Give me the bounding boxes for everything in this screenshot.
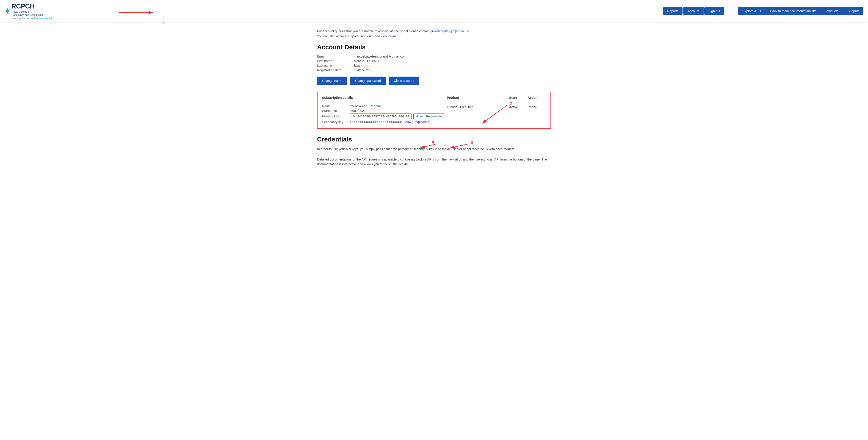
- subscription-product: Growth - Free Tier: [447, 104, 509, 109]
- close-account-button[interactable]: Close account: [389, 76, 419, 85]
- contact-email-link[interactable]: growth.digital@rcpch.ac.uk: [430, 29, 469, 33]
- sub-started-label: Started on: [322, 109, 350, 113]
- subscription-left-details: Name my-new-app Rename Started on 05/01/…: [322, 104, 447, 125]
- signout-button[interactable]: Sign out: [704, 7, 724, 15]
- rcpch-star-icon: ✶: [5, 7, 10, 15]
- reports-button[interactable]: Reports: [663, 7, 683, 15]
- primary-hide-link[interactable]: Hide: [416, 115, 422, 118]
- contact-info: For account queries that you are unable …: [317, 29, 551, 33]
- sub-primary-label: Primary key: [322, 115, 350, 118]
- subscription-body-row: Name my-new-app Rename Started on 05/01/…: [322, 104, 546, 125]
- sub-name-row: Name my-new-app Rename: [322, 104, 447, 108]
- subscription-header-row: Subscription details Product State Actio…: [322, 96, 546, 102]
- rename-link[interactable]: Rename: [370, 104, 382, 108]
- credentials-title: Credentials: [317, 136, 551, 143]
- support-button[interactable]: Support: [843, 7, 863, 15]
- change-password-button[interactable]: Change password: [350, 76, 386, 85]
- products-button[interactable]: Products: [821, 7, 843, 15]
- detail-row-regdate: Registration date 05/01/2021: [317, 68, 551, 72]
- firstname-label: First name: [317, 59, 354, 63]
- detail-row-email: Email marcusbaw+testsignup2@gmail.com: [317, 55, 551, 58]
- detail-row-lastname: Last name Baw: [317, 64, 551, 67]
- logo-subtitle: Royal College of Paediatrics and Child H…: [12, 10, 53, 17]
- account-action-buttons: Change name Change password Close accoun…: [317, 76, 551, 85]
- sub-header-product: Product: [447, 96, 509, 99]
- primary-key-value: dab5410058c2497284c4838b5d88dff8: [350, 114, 411, 119]
- regdate-value: 05/01/2021: [354, 68, 370, 72]
- lastname-value: Baw: [354, 64, 360, 67]
- regdate-label: Registration date: [317, 68, 354, 72]
- forum-info: You can also access support using our op…: [317, 34, 551, 38]
- explore-apis-button[interactable]: Explore APIs: [738, 7, 766, 15]
- secondary-show-link[interactable]: Show: [404, 120, 411, 124]
- primary-sep: |: [424, 115, 424, 118]
- credentials-para2: Detailed documentation for the API reque…: [317, 157, 551, 167]
- sub-started-row: Started on 05/01/2021: [322, 109, 447, 113]
- logo-tagline: Leading the way in Children's Health: [12, 17, 53, 20]
- account-details-title: Account Details: [317, 43, 551, 51]
- detail-row-firstname: First name Marcus TESTING: [317, 59, 551, 63]
- cancel-link[interactable]: Cancel: [528, 105, 538, 109]
- sub-header-action: Action: [528, 96, 546, 99]
- credentials-section: Credentials In order to use your API key…: [317, 136, 551, 167]
- secondary-sep: |: [412, 120, 413, 124]
- secondary-regenerate-link[interactable]: Regenerate: [413, 120, 429, 124]
- subscription-state: Active: [509, 104, 528, 109]
- sub-header-state: State: [509, 96, 528, 99]
- nav-left: Reports Account Sign out: [663, 7, 724, 15]
- account-details-table: Email marcusbaw+testsignup2@gmail.com Fi…: [317, 55, 551, 72]
- credentials-para1: In order to use your API keys, you simpl…: [317, 147, 551, 152]
- account-button[interactable]: Account: [683, 7, 703, 15]
- sub-name-value: my-new-app: [350, 104, 367, 108]
- lastname-label: Last name: [317, 64, 354, 67]
- email-label: Email: [317, 55, 354, 58]
- subscription-box: Subscription details Product State Actio…: [317, 92, 551, 129]
- sub-started-value: 05/01/2021: [350, 109, 366, 113]
- primary-regenerate-link[interactable]: Regenerate: [426, 115, 442, 118]
- primary-key-actions: Hide | Regenerate: [413, 114, 444, 119]
- back-to-docs-button[interactable]: Back to main documentation site: [766, 7, 821, 15]
- secondary-key-value: XXXXXXXXXXXXXXXXXXXXXXXXXXX: [350, 120, 402, 124]
- sub-secondary-label: Secondary key: [322, 120, 350, 124]
- firstname-value: Marcus TESTING: [354, 59, 379, 63]
- logo: ✶ RCPCH Royal College of Paediatrics and…: [5, 2, 55, 20]
- email-value: marcusbaw+testsignup2@gmail.com: [354, 55, 406, 58]
- sub-header-details: Subscription details: [322, 96, 447, 99]
- change-name-button[interactable]: Change name: [317, 76, 347, 85]
- sub-secondary-row: Secondary key XXXXXXXXXXXXXXXXXXXXXXXXXX…: [322, 120, 447, 124]
- secondary-key-actions: Show | Regenerate: [404, 120, 429, 124]
- forum-link[interactable]: open web forum: [373, 34, 396, 38]
- logo-title: RCPCH: [11, 2, 53, 10]
- sub-name-label: Name: [322, 104, 350, 108]
- sub-primary-row: Primary key dab5410058c2497284c4838b5d88…: [322, 114, 447, 119]
- nav-right: Explore APIs Back to main documentation …: [738, 7, 863, 15]
- subscription-action: Cancel: [528, 104, 546, 109]
